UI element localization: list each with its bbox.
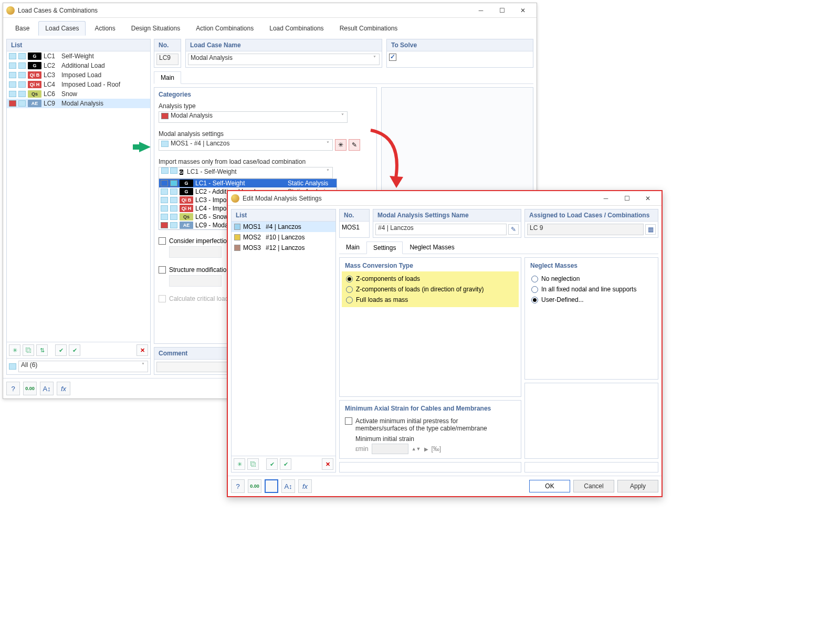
- analysis-type-select[interactable]: Modal Analysis: [159, 111, 348, 123]
- load-case-row[interactable]: GLC2Additional Load: [7, 61, 150, 70]
- mos-delete-icon[interactable]: ✕: [322, 458, 333, 470]
- tab-action-combinations[interactable]: Action Combinations: [189, 21, 260, 36]
- assigned-pick-icon[interactable]: ▦: [645, 224, 656, 235]
- import-masses-select[interactable]: G LC1 - Self-Weight: [159, 167, 333, 178]
- analysis-type-label: Analysis type: [159, 102, 372, 110]
- neglect-masses-pane: Neglect Masses No neglectionIn all fixed…: [524, 257, 658, 380]
- neglect-heading: Neglect Masses: [530, 262, 653, 269]
- assigned-input[interactable]: LC 9: [527, 224, 644, 235]
- edit-name-icon[interactable]: ✎: [508, 224, 519, 235]
- name-combobox[interactable]: Modal Analysis: [188, 54, 380, 65]
- check-all-icon[interactable]: ✔: [55, 344, 67, 356]
- to-solve-field: To Solve: [386, 39, 533, 68]
- empty-pane-right2: [524, 462, 658, 472]
- load-case-row[interactable]: Qi HLC4Imposed Load - Roof: [7, 80, 150, 89]
- modal-settings-label: Modal analysis settings: [159, 130, 372, 138]
- new-settings-icon[interactable]: ✳: [335, 139, 346, 151]
- no-field: No. LC9: [154, 39, 181, 68]
- dlg-labels-icon[interactable]: A↕: [281, 479, 295, 493]
- no-input[interactable]: LC9: [156, 54, 178, 65]
- ok-button[interactable]: OK: [529, 480, 570, 492]
- min-strain-check-label: Activate minimum initial prestress for m…: [355, 417, 497, 432]
- mos-row[interactable]: MOS2#10 | Lanczos: [232, 232, 335, 243]
- neglect-radio[interactable]: User-Defined...: [530, 295, 653, 305]
- mos-row[interactable]: MOS1#4 | Lanczos: [232, 222, 335, 232]
- dlg-tab-main[interactable]: Main: [339, 241, 366, 254]
- mass-conversion-options: Z-components of loadsZ-components of loa…: [342, 271, 519, 307]
- annotation-green-arrow-icon: [139, 142, 151, 152]
- dialog-title: Edit Modal Analysis Settings: [243, 195, 595, 202]
- tab-load-combinations[interactable]: Load Combinations: [262, 21, 330, 36]
- dialog-maximize-button[interactable]: ☐: [616, 192, 637, 205]
- uncheck-all-icon[interactable]: ✔: [69, 344, 80, 356]
- modal-settings-select[interactable]: MOS1 - #4 | Lanczos: [159, 139, 333, 151]
- tab-design-situations[interactable]: Design Situations: [124, 21, 187, 36]
- mos-name-input[interactable]: #4 | Lanczos: [375, 224, 507, 235]
- mass-conv-radio[interactable]: Z-components of loads (in direction of g…: [345, 284, 516, 295]
- mass-conv-radio[interactable]: Z-components of loads: [345, 274, 516, 284]
- epsilon-input[interactable]: [372, 444, 408, 454]
- structure-mod-checkbox[interactable]: [159, 266, 166, 274]
- app-icon: [6, 6, 15, 15]
- mos-list-panel: List MOS1#4 | LanczosMOS2#10 | LanczosMO…: [231, 209, 336, 472]
- consider-imperfection-label: Consider imperfection: [169, 237, 230, 245]
- mos-uncheck-icon[interactable]: ✔: [280, 458, 291, 470]
- dlg-tab-neglect-masses[interactable]: Neglect Masses: [403, 241, 461, 254]
- delete-icon[interactable]: ✕: [136, 344, 148, 356]
- dlg-units-icon[interactable]: 0.00: [248, 479, 261, 493]
- mass-conv-radio[interactable]: Full loads as mass: [345, 295, 516, 305]
- minimize-button[interactable]: ─: [470, 4, 491, 17]
- load-case-row[interactable]: QsLC6Snow: [7, 89, 150, 99]
- labels-icon[interactable]: A↕: [40, 382, 54, 395]
- name-field: Load Case Name Modal Analysis: [185, 39, 382, 68]
- list-header: List: [7, 39, 150, 51]
- tab-load-cases[interactable]: Load Cases: [38, 21, 86, 36]
- close-button[interactable]: ✕: [512, 4, 533, 17]
- dialog-tabs: MainSettingsNeglect Masses: [339, 241, 658, 254]
- dlg-color-icon[interactable]: [265, 479, 278, 493]
- categories-heading: Categories: [159, 91, 372, 98]
- to-solve-checkbox[interactable]: [389, 54, 396, 61]
- tab-result-combinations[interactable]: Result Combinations: [333, 21, 405, 36]
- dialog-close-button[interactable]: ✕: [637, 192, 658, 205]
- mos-row[interactable]: MOS3#12 | Lanczos: [232, 243, 335, 253]
- units-icon[interactable]: 0.00: [23, 382, 37, 395]
- sort-icon[interactable]: ⇅: [36, 344, 48, 356]
- maximize-button[interactable]: ☐: [491, 4, 512, 17]
- min-strain-param-label: Minimum initial strain: [355, 435, 516, 443]
- neglect-radio[interactable]: No neglection: [530, 274, 653, 284]
- min-strain-checkbox[interactable]: [345, 417, 352, 425]
- cancel-button[interactable]: Cancel: [573, 480, 614, 492]
- neglect-radio[interactable]: In all fixed nodal and line supports: [530, 284, 653, 295]
- edit-settings-icon[interactable]: ✎: [349, 139, 360, 151]
- edit-modal-settings-dialog: Edit Modal Analysis Settings ─ ☐ ✕ List …: [227, 190, 663, 497]
- dialog-minimize-button[interactable]: ─: [595, 192, 616, 205]
- dlg-help-icon[interactable]: ?: [231, 479, 245, 493]
- unit-label: [‰]: [432, 445, 442, 453]
- copy-icon[interactable]: ⿻: [23, 344, 34, 356]
- tab-base[interactable]: Base: [8, 21, 36, 36]
- mos-list[interactable]: MOS1#4 | LanczosMOS2#10 | LanczosMOS3#12…: [232, 222, 335, 456]
- load-case-row[interactable]: Qi BLC3Imposed Load: [7, 70, 150, 80]
- function-icon[interactable]: fx: [57, 382, 70, 395]
- dlg-tab-settings[interactable]: Settings: [366, 242, 403, 254]
- import-option[interactable]: GLC1 - Self-WeightStatic Analysis: [159, 179, 337, 187]
- empty-pane-right1: [524, 383, 658, 459]
- filter-select[interactable]: All (6): [18, 361, 148, 372]
- assigned-field: Assigned to Load Cases / Combinations LC…: [524, 209, 658, 238]
- structure-mod-label: Structure modification: [169, 266, 230, 274]
- consider-imperfection-checkbox[interactable]: [159, 237, 166, 245]
- help-icon[interactable]: ?: [6, 382, 20, 395]
- min-strain-pane: Minimum Axial Strain for Cables and Memb…: [339, 400, 521, 459]
- tab-main[interactable]: Main: [154, 71, 181, 84]
- load-case-row[interactable]: GLC1Self-Weight: [7, 51, 150, 61]
- mos-new-icon[interactable]: ✳: [234, 458, 245, 470]
- new-icon[interactable]: ✳: [9, 344, 20, 356]
- apply-button[interactable]: Apply: [617, 480, 658, 492]
- load-case-list[interactable]: GLC1Self-WeightGLC2Additional LoadQi BLC…: [7, 51, 150, 342]
- mos-copy-icon[interactable]: ⿻: [247, 458, 259, 470]
- mos-check-icon[interactable]: ✔: [266, 458, 278, 470]
- dlg-function-icon[interactable]: fx: [298, 479, 312, 493]
- tab-actions[interactable]: Actions: [88, 21, 122, 36]
- load-case-row[interactable]: AELC9Modal Analysis: [7, 99, 150, 108]
